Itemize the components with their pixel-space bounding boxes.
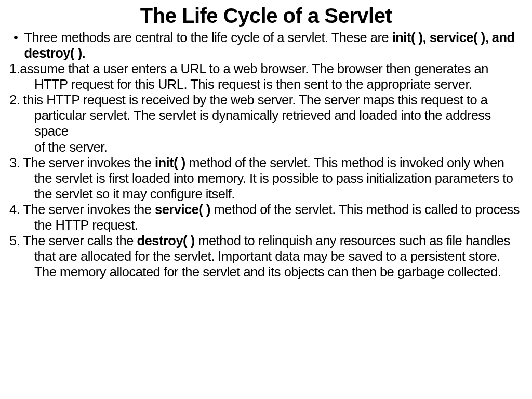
intro-pre: Three methods are central to the life cy… bbox=[24, 30, 392, 45]
step-2-text: this HTTP request is received by the web… bbox=[20, 92, 491, 138]
step-5-num: 5. bbox=[9, 233, 20, 248]
step-2: 2. this HTTP request is received by the … bbox=[34, 92, 523, 139]
step-4-bold: service( ) bbox=[155, 202, 210, 217]
step-5-pre: The server calls the bbox=[20, 233, 137, 248]
step-1-num: 1. bbox=[9, 61, 20, 76]
step-4-num: 4. bbox=[9, 202, 20, 217]
step-3: 3. The server invokes the init( ) method… bbox=[34, 155, 523, 202]
step-3-pre: The server invokes the bbox=[20, 155, 155, 170]
step-3-bold: init( ) bbox=[155, 155, 185, 170]
step-3-num: 3. bbox=[9, 155, 20, 170]
step-5-bold: destroy( ) bbox=[137, 233, 195, 248]
step-2-num: 2. bbox=[9, 92, 20, 107]
bullet-item-intro: • Three methods are central to the life … bbox=[9, 30, 523, 61]
bullet-text: Three methods are central to the life cy… bbox=[24, 30, 523, 61]
bullet-marker: • bbox=[9, 30, 24, 61]
slide-title: The Life Cycle of a Servlet bbox=[9, 4, 523, 28]
step-2-sub: of the server. bbox=[9, 139, 523, 155]
step-4-pre: The server invokes the bbox=[20, 202, 155, 217]
step-4: 4. The server invokes the service( ) met… bbox=[34, 202, 523, 233]
step-1: 1.assume that a user enters a URL to a w… bbox=[34, 61, 523, 92]
step-5: 5. The server calls the destroy( ) metho… bbox=[34, 233, 523, 280]
step-1-text: assume that a user enters a URL to a web… bbox=[20, 61, 488, 91]
slide-body: • Three methods are central to the life … bbox=[9, 30, 523, 280]
